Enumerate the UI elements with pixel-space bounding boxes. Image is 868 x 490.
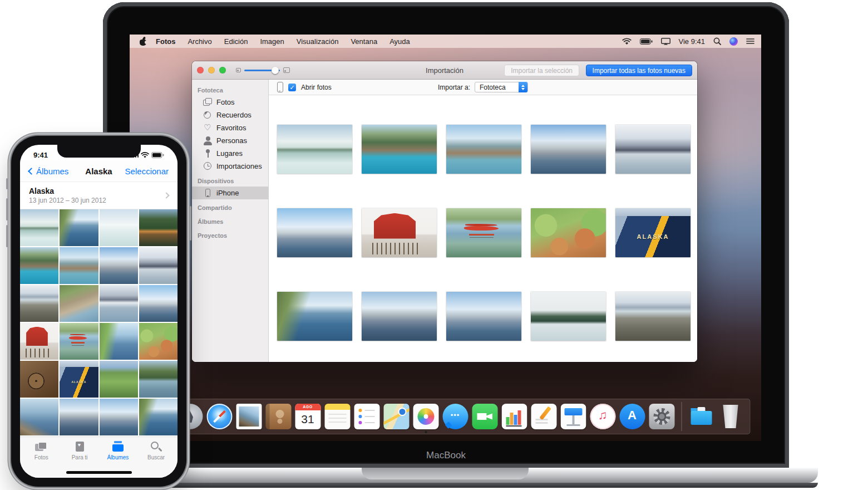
photo-marina-cloudy[interactable]	[362, 292, 437, 341]
photo-lake-reflection[interactable]	[20, 209, 58, 246]
tab-fotos[interactable]: Fotos	[25, 441, 57, 478]
menu-item-ventana[interactable]: Ventana	[344, 37, 383, 46]
slider-track[interactable]	[244, 70, 280, 71]
sidebar-item-lugares[interactable]: Lugares	[192, 147, 268, 160]
dock-maps[interactable]	[383, 403, 410, 430]
siri-icon[interactable]	[729, 37, 738, 46]
dock-facetime[interactable]	[471, 403, 498, 430]
photo-marina-boats[interactable]	[277, 208, 352, 257]
sidebar-item-recuerdos[interactable]: Recuerdos	[192, 109, 268, 121]
window-titlebar[interactable]: Importación Importar la selección Import…	[192, 61, 697, 80]
dock-itunes[interactable]	[589, 403, 616, 430]
search-icon[interactable]	[713, 37, 721, 45]
dock-contacts[interactable]	[265, 403, 292, 430]
photo-dark-mountain[interactable]	[531, 292, 606, 341]
menu-item-fotos[interactable]: Fotos	[150, 37, 181, 46]
menu-item-archivo[interactable]: Archivo	[181, 37, 218, 46]
import-selection-button[interactable]: Importar la selección	[504, 65, 579, 76]
photo-orange-plants[interactable]	[531, 208, 606, 257]
sidebar-item-favoritos[interactable]: Favoritos	[192, 121, 268, 134]
sidebar-item-personas[interactable]: Personas	[192, 134, 268, 147]
menu-item-visualizacion[interactable]: Visualización	[290, 37, 345, 46]
thumbnail-size-slider[interactable]	[236, 67, 290, 73]
photo-wagon-wheel[interactable]	[20, 361, 58, 398]
photo-bright-lake[interactable]	[100, 209, 138, 246]
dock-numbers[interactable]	[501, 403, 527, 430]
macbook-screen: FotosArchivoEdiciónImagenVisualizaciónVe…	[130, 35, 761, 441]
open-photos-checkbox[interactable]	[288, 84, 296, 91]
photo-marina-boats[interactable]	[139, 285, 177, 322]
home-indicator[interactable]	[66, 471, 132, 474]
photo-lake-reflection[interactable]	[277, 125, 352, 174]
photo-alaska-train[interactable]: ALASKA	[60, 361, 98, 398]
menu-item-imagen[interactable]: Imagen	[254, 37, 290, 46]
photo-red-house[interactable]	[20, 323, 58, 360]
photo-blue-boat-pier[interactable]	[362, 125, 437, 174]
photo-marina-reflection[interactable]	[446, 292, 521, 341]
airplay-display-icon[interactable]	[661, 38, 670, 45]
photo-coast-blue[interactable]	[139, 399, 177, 435]
dock-keynote[interactable]	[560, 403, 586, 430]
photo-harbor-boats[interactable]	[531, 125, 606, 174]
dock: AGO31	[141, 399, 750, 434]
album-header[interactable]: Alaska 13 jun 2012 – 30 jun 2012	[20, 182, 177, 209]
minimize-button[interactable]	[208, 67, 215, 74]
photo-gravel-cove[interactable]	[20, 285, 58, 322]
back-button[interactable]: Álbumes	[29, 166, 68, 176]
photo-seaplane[interactable]	[446, 208, 521, 257]
dock-photos[interactable]	[412, 403, 439, 430]
dock-app-store[interactable]	[619, 403, 645, 430]
photo-shore-branch[interactable]	[60, 209, 98, 246]
back-label: Álbumes	[36, 166, 68, 176]
dock-system-preferences[interactable]	[648, 403, 675, 430]
dock-messages[interactable]	[442, 403, 468, 430]
wifi-icon[interactable]	[622, 38, 632, 45]
photo-forest-pond[interactable]	[139, 361, 177, 398]
photo-shore-branch[interactable]	[277, 292, 352, 341]
photo-rocky-shore[interactable]	[60, 285, 98, 322]
slider-thumb[interactable]	[272, 67, 279, 74]
menu-clock[interactable]: Vie 9:41	[679, 37, 705, 46]
photo-beach-mountains[interactable]	[615, 292, 691, 341]
dock-safari[interactable]	[206, 403, 233, 430]
photo-green-meadow[interactable]	[100, 361, 138, 398]
select-button[interactable]: Seleccionar	[125, 166, 169, 176]
sidebar-item-importaciones[interactable]: Importaciones	[192, 160, 268, 173]
photo-marina-cloudy[interactable]	[60, 399, 98, 435]
import-to-select[interactable]: Fototeca	[475, 82, 528, 92]
apple-menu[interactable]	[136, 37, 150, 46]
dock-trash[interactable]	[717, 403, 744, 430]
photo-orange-plants[interactable]	[139, 323, 177, 360]
photo-wooden-pier[interactable]	[446, 125, 521, 174]
photo-wooden-pier[interactable]	[60, 247, 98, 284]
notification-list-icon[interactable]	[746, 38, 754, 45]
photo-seaplane[interactable]	[60, 323, 98, 360]
photo-alaska-train[interactable]: ALASKA	[615, 208, 691, 257]
import-all-button[interactable]: Importar todas las fotos nuevas	[586, 65, 692, 76]
sidebar-item-fotos[interactable]: Fotos	[192, 96, 268, 109]
photo-driftwood[interactable]	[20, 399, 58, 435]
dock-mail[interactable]	[235, 403, 262, 430]
pin-icon	[203, 149, 213, 158]
dock-documents-folder[interactable]	[688, 403, 714, 430]
dock-pages[interactable]	[530, 403, 557, 430]
tab-buscar[interactable]: Buscar	[140, 441, 172, 478]
photo-red-house[interactable]	[362, 208, 437, 257]
photo-forest-cabins[interactable]	[139, 209, 177, 246]
photo-snowy-ridge[interactable]	[139, 247, 177, 284]
sidebar-item-iphone[interactable]: iPhone	[192, 187, 268, 199]
photo-blue-boat-pier[interactable]	[20, 247, 58, 284]
menu-item-edicion[interactable]: Edición	[218, 37, 254, 46]
photo-harbor-boats[interactable]	[100, 247, 138, 284]
dock-notes[interactable]	[324, 403, 351, 430]
close-button[interactable]	[197, 67, 204, 74]
dock-reminders[interactable]	[353, 403, 380, 430]
menu-item-ayuda[interactable]: Ayuda	[383, 37, 416, 46]
photo-tree-by-water[interactable]	[100, 323, 138, 360]
maximize-button[interactable]	[219, 67, 226, 74]
photo-marina-reflection[interactable]	[100, 399, 138, 435]
battery-icon[interactable]	[640, 38, 653, 45]
photo-snow-range[interactable]	[100, 285, 138, 322]
photo-snowy-mountains[interactable]	[615, 125, 691, 174]
dock-calendar[interactable]: AGO31	[294, 403, 321, 430]
